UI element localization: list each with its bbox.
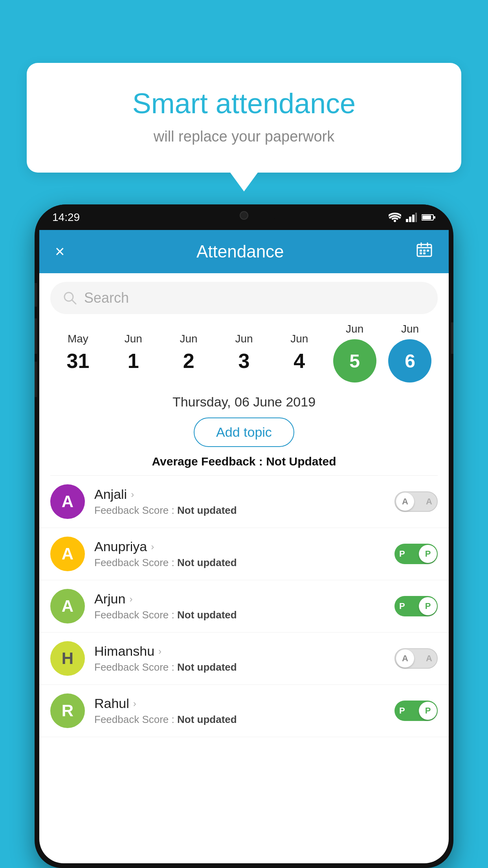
attendance-toggle[interactable]: A A	[394, 491, 438, 512]
student-name: Anjali ›	[94, 487, 385, 502]
avatar: A	[50, 589, 85, 623]
date-month-label: Jun	[125, 333, 142, 345]
svg-rect-6	[434, 216, 435, 219]
student-feedback: Feedback Score : Not updated	[94, 557, 385, 569]
avg-feedback-value: Not Updated	[266, 455, 336, 468]
svg-rect-13	[427, 250, 429, 252]
wifi-icon	[389, 213, 401, 222]
date-month-label: May	[68, 333, 88, 345]
date-column[interactable]: Jun4	[274, 333, 325, 373]
date-month-label: Jun	[290, 333, 308, 345]
student-info: Anjali ›Feedback Score : Not updated	[94, 487, 385, 517]
avatar: R	[50, 693, 85, 728]
date-number-label: 3	[238, 349, 250, 373]
chevron-right-icon: ›	[131, 489, 134, 500]
date-column[interactable]: Jun2	[163, 333, 214, 373]
student-item[interactable]: AAnjali ›Feedback Score : Not updated A …	[39, 476, 449, 528]
date-number-label: 4	[294, 349, 305, 373]
student-feedback: Feedback Score : Not updated	[94, 661, 385, 673]
date-column[interactable]: Jun1	[108, 333, 159, 373]
status-icons	[389, 213, 436, 222]
date-strip: May31Jun1Jun2Jun3Jun4Jun5Jun6	[39, 323, 449, 383]
student-feedback: Feedback Score : Not updated	[94, 609, 385, 621]
add-topic-button[interactable]: Add topic	[194, 417, 294, 447]
volume-up-button	[35, 283, 37, 307]
search-placeholder: Search	[84, 290, 129, 306]
battery-icon	[422, 214, 436, 221]
chevron-right-icon: ›	[158, 646, 161, 657]
svg-rect-3	[415, 213, 417, 222]
student-item[interactable]: HHimanshu ›Feedback Score : Not updated …	[39, 633, 449, 685]
student-info: Himanshu ›Feedback Score : Not updated	[94, 644, 385, 673]
calendar-icon[interactable]	[416, 241, 433, 262]
chevron-right-icon: ›	[151, 541, 154, 552]
student-name: Arjun ›	[94, 591, 385, 607]
date-circle-blue[interactable]: 6	[388, 339, 431, 383]
silent-button	[35, 362, 37, 397]
svg-rect-5	[422, 215, 431, 219]
attendance-toggle[interactable]: P P	[394, 701, 438, 721]
student-name: Himanshu ›	[94, 644, 385, 659]
date-circle-green[interactable]: 5	[333, 339, 376, 383]
svg-rect-1	[409, 217, 411, 222]
date-month-label: Jun	[346, 323, 363, 335]
volume-down-button	[35, 318, 37, 354]
attendance-toggle[interactable]: P P	[394, 544, 438, 564]
toggle-knob: P	[419, 597, 437, 615]
student-name: Anupriya ›	[94, 539, 385, 554]
avatar: H	[50, 641, 85, 676]
date-month-label: Jun	[401, 323, 419, 335]
date-number-label: 2	[183, 349, 194, 373]
attendance-toggle[interactable]: P P	[394, 596, 438, 616]
bubble-subtitle: will replace your paperwork	[46, 128, 442, 145]
toggle-knob: A	[396, 649, 414, 668]
student-item[interactable]: RRahul ›Feedback Score : Not updated P P	[39, 685, 449, 737]
avatar: A	[50, 484, 85, 519]
date-number-label: 1	[128, 349, 139, 373]
student-info: Arjun ›Feedback Score : Not updated	[94, 591, 385, 621]
header-title: Attendance	[196, 242, 284, 261]
toggle-knob: A	[396, 493, 414, 511]
svg-line-17	[72, 300, 76, 304]
student-feedback: Feedback Score : Not updated	[94, 714, 385, 726]
phone-notch	[213, 204, 275, 226]
phone-frame: 14:29 ×	[35, 204, 453, 868]
date-month-label: Jun	[180, 333, 198, 345]
phone-screen: × Attendance	[39, 230, 449, 863]
student-item[interactable]: AAnupriya ›Feedback Score : Not updated …	[39, 528, 449, 580]
toggle-on-label: P	[399, 706, 405, 716]
student-item[interactable]: AArjun ›Feedback Score : Not updated P P	[39, 580, 449, 633]
student-feedback: Feedback Score : Not updated	[94, 504, 385, 517]
date-month-label: Jun	[235, 333, 253, 345]
date-column[interactable]: Jun5	[329, 323, 380, 383]
search-bar[interactable]: Search	[50, 282, 438, 314]
svg-rect-11	[420, 250, 422, 252]
signal-icon	[406, 213, 417, 222]
speech-bubble: Smart attendance will replace your paper…	[27, 63, 461, 173]
close-button[interactable]: ×	[55, 242, 65, 261]
status-time: 14:29	[52, 211, 80, 224]
toggle-on-label: P	[399, 549, 405, 559]
date-column[interactable]: Jun3	[218, 333, 270, 373]
attendance-toggle[interactable]: A A	[394, 648, 438, 669]
student-list: AAnjali ›Feedback Score : Not updated A …	[39, 476, 449, 737]
chevron-right-icon: ›	[129, 594, 132, 605]
avatar: A	[50, 537, 85, 571]
chevron-right-icon: ›	[133, 698, 136, 709]
svg-rect-15	[423, 252, 426, 254]
toggle-on-label: P	[399, 601, 405, 611]
svg-rect-12	[423, 250, 426, 252]
svg-rect-14	[420, 252, 422, 254]
svg-rect-2	[412, 215, 415, 222]
toggle-knob: P	[419, 702, 437, 720]
avg-feedback-label: Average Feedback :	[152, 455, 266, 468]
date-column[interactable]: May31	[52, 333, 103, 373]
power-button	[451, 322, 453, 354]
student-name: Rahul ›	[94, 696, 385, 711]
date-number-label: 31	[67, 349, 90, 373]
camera	[240, 211, 248, 220]
bubble-title: Smart attendance	[46, 86, 442, 120]
student-info: Rahul ›Feedback Score : Not updated	[94, 696, 385, 726]
svg-rect-0	[406, 219, 408, 222]
date-column[interactable]: Jun6	[384, 323, 435, 383]
